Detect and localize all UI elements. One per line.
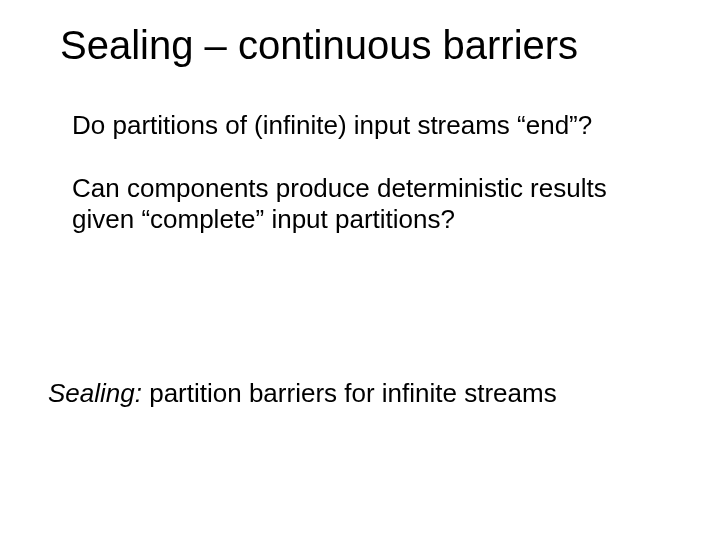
footer-term: Sealing: xyxy=(48,378,142,408)
footer-text: partition barriers for infinite streams xyxy=(142,378,557,408)
body-paragraph-2: Can components produce deterministic res… xyxy=(72,173,660,235)
slide-title: Sealing – continuous barriers xyxy=(60,22,680,68)
body-paragraph-1: Do partitions of (infinite) input stream… xyxy=(72,110,660,141)
slide-footer: Sealing: partition barriers for infinite… xyxy=(48,378,660,409)
slide: Sealing – continuous barriers Do partiti… xyxy=(0,0,720,540)
slide-body: Do partitions of (infinite) input stream… xyxy=(72,110,660,268)
